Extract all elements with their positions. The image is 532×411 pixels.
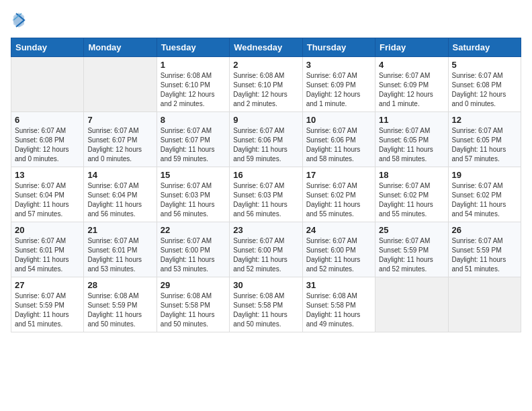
calendar-cell: 22Sunrise: 6:07 AM Sunset: 6:00 PM Dayli… xyxy=(157,222,229,277)
day-number: 4 xyxy=(379,60,444,70)
day-info: Sunrise: 6:07 AM Sunset: 6:04 PM Dayligh… xyxy=(15,181,80,219)
calendar-cell: 23Sunrise: 6:07 AM Sunset: 6:00 PM Dayli… xyxy=(230,222,302,277)
calendar-cell xyxy=(11,57,84,112)
day-number: 26 xyxy=(452,225,517,235)
day-info: Sunrise: 6:07 AM Sunset: 5:59 PM Dayligh… xyxy=(379,236,444,274)
day-info: Sunrise: 6:07 AM Sunset: 6:00 PM Dayligh… xyxy=(306,236,371,274)
day-number: 23 xyxy=(233,225,298,235)
day-info: Sunrise: 6:07 AM Sunset: 6:08 PM Dayligh… xyxy=(452,71,517,109)
calendar-cell: 3Sunrise: 6:07 AM Sunset: 6:09 PM Daylig… xyxy=(302,57,375,112)
day-number: 13 xyxy=(15,170,80,180)
day-number: 21 xyxy=(87,225,152,235)
day-info: Sunrise: 6:08 AM Sunset: 5:59 PM Dayligh… xyxy=(87,291,152,329)
day-number: 8 xyxy=(161,115,226,125)
week-row-2: 6Sunrise: 6:07 AM Sunset: 6:08 PM Daylig… xyxy=(11,112,521,167)
calendar-cell: 21Sunrise: 6:07 AM Sunset: 6:01 PM Dayli… xyxy=(84,222,157,277)
calendar-cell: 26Sunrise: 6:07 AM Sunset: 5:59 PM Dayli… xyxy=(448,222,521,277)
day-info: Sunrise: 6:07 AM Sunset: 6:00 PM Dayligh… xyxy=(161,236,226,274)
calendar-cell: 5Sunrise: 6:07 AM Sunset: 6:08 PM Daylig… xyxy=(448,57,521,112)
week-row-4: 20Sunrise: 6:07 AM Sunset: 6:01 PM Dayli… xyxy=(11,222,521,277)
day-info: Sunrise: 6:07 AM Sunset: 6:04 PM Dayligh… xyxy=(87,181,152,219)
day-number: 2 xyxy=(233,60,298,70)
day-number: 19 xyxy=(452,170,517,180)
calendar-cell: 30Sunrise: 6:08 AM Sunset: 5:58 PM Dayli… xyxy=(230,277,302,332)
day-number: 6 xyxy=(15,115,80,125)
day-number: 12 xyxy=(452,115,517,125)
calendar-cell xyxy=(448,277,521,332)
day-number: 20 xyxy=(15,225,80,235)
calendar-cell: 6Sunrise: 6:07 AM Sunset: 6:08 PM Daylig… xyxy=(11,112,84,167)
week-row-5: 27Sunrise: 6:07 AM Sunset: 5:59 PM Dayli… xyxy=(11,277,521,332)
page-header xyxy=(11,11,521,30)
day-number: 29 xyxy=(161,280,226,290)
day-info: Sunrise: 6:07 AM Sunset: 6:03 PM Dayligh… xyxy=(161,181,226,219)
week-row-1: 1Sunrise: 6:08 AM Sunset: 6:10 PM Daylig… xyxy=(11,57,521,112)
day-number: 3 xyxy=(306,60,371,70)
calendar-cell: 18Sunrise: 6:07 AM Sunset: 6:02 PM Dayli… xyxy=(375,167,448,222)
calendar-cell: 1Sunrise: 6:08 AM Sunset: 6:10 PM Daylig… xyxy=(157,57,229,112)
day-info: Sunrise: 6:07 AM Sunset: 6:07 PM Dayligh… xyxy=(87,126,152,164)
calendar-cell: 10Sunrise: 6:07 AM Sunset: 6:06 PM Dayli… xyxy=(302,112,375,167)
day-info: Sunrise: 6:07 AM Sunset: 6:05 PM Dayligh… xyxy=(379,126,444,164)
day-info: Sunrise: 6:07 AM Sunset: 6:02 PM Dayligh… xyxy=(306,181,371,219)
day-info: Sunrise: 6:07 AM Sunset: 6:01 PM Dayligh… xyxy=(15,236,80,274)
day-info: Sunrise: 6:07 AM Sunset: 6:08 PM Dayligh… xyxy=(15,126,80,164)
day-number: 25 xyxy=(379,225,444,235)
calendar-cell: 27Sunrise: 6:07 AM Sunset: 5:59 PM Dayli… xyxy=(11,277,84,332)
calendar-cell: 28Sunrise: 6:08 AM Sunset: 5:59 PM Dayli… xyxy=(84,277,157,332)
week-row-3: 13Sunrise: 6:07 AM Sunset: 6:04 PM Dayli… xyxy=(11,167,521,222)
logo xyxy=(11,11,30,30)
calendar-cell: 11Sunrise: 6:07 AM Sunset: 6:05 PM Dayli… xyxy=(375,112,448,167)
calendar-cell: 29Sunrise: 6:08 AM Sunset: 5:58 PM Dayli… xyxy=(157,277,229,332)
day-info: Sunrise: 6:07 AM Sunset: 6:05 PM Dayligh… xyxy=(452,126,517,164)
weekday-header-tuesday: Tuesday xyxy=(157,38,229,57)
day-number: 30 xyxy=(233,280,298,290)
calendar-cell: 13Sunrise: 6:07 AM Sunset: 6:04 PM Dayli… xyxy=(11,167,84,222)
day-info: Sunrise: 6:08 AM Sunset: 6:10 PM Dayligh… xyxy=(161,71,226,109)
calendar-cell: 7Sunrise: 6:07 AM Sunset: 6:07 PM Daylig… xyxy=(84,112,157,167)
calendar-cell xyxy=(84,57,157,112)
day-number: 17 xyxy=(306,170,371,180)
calendar-table: SundayMondayTuesdayWednesdayThursdayFrid… xyxy=(11,38,521,332)
logo-icon xyxy=(11,11,27,30)
day-info: Sunrise: 6:07 AM Sunset: 6:02 PM Dayligh… xyxy=(379,181,444,219)
day-info: Sunrise: 6:07 AM Sunset: 6:06 PM Dayligh… xyxy=(233,126,298,164)
calendar-cell: 12Sunrise: 6:07 AM Sunset: 6:05 PM Dayli… xyxy=(448,112,521,167)
day-info: Sunrise: 6:07 AM Sunset: 6:02 PM Dayligh… xyxy=(452,181,517,219)
calendar-cell: 24Sunrise: 6:07 AM Sunset: 6:00 PM Dayli… xyxy=(302,222,375,277)
day-number: 22 xyxy=(161,225,226,235)
weekday-header-monday: Monday xyxy=(84,38,157,57)
day-number: 28 xyxy=(87,280,152,290)
day-info: Sunrise: 6:08 AM Sunset: 5:58 PM Dayligh… xyxy=(161,291,226,329)
calendar-cell: 14Sunrise: 6:07 AM Sunset: 6:04 PM Dayli… xyxy=(84,167,157,222)
weekday-header-friday: Friday xyxy=(375,38,448,57)
day-info: Sunrise: 6:07 AM Sunset: 6:01 PM Dayligh… xyxy=(87,236,152,274)
day-number: 5 xyxy=(452,60,517,70)
day-info: Sunrise: 6:07 AM Sunset: 6:09 PM Dayligh… xyxy=(379,71,444,109)
calendar-cell: 25Sunrise: 6:07 AM Sunset: 5:59 PM Dayli… xyxy=(375,222,448,277)
day-info: Sunrise: 6:07 AM Sunset: 6:07 PM Dayligh… xyxy=(161,126,226,164)
calendar-cell: 31Sunrise: 6:08 AM Sunset: 5:58 PM Dayli… xyxy=(302,277,375,332)
weekday-header-sunday: Sunday xyxy=(11,38,84,57)
weekday-header-saturday: Saturday xyxy=(448,38,521,57)
day-number: 11 xyxy=(379,115,444,125)
weekday-header-row: SundayMondayTuesdayWednesdayThursdayFrid… xyxy=(11,38,521,57)
calendar-cell xyxy=(375,277,448,332)
day-info: Sunrise: 6:08 AM Sunset: 6:10 PM Dayligh… xyxy=(233,71,298,109)
day-info: Sunrise: 6:07 AM Sunset: 5:59 PM Dayligh… xyxy=(452,236,517,274)
calendar-cell: 8Sunrise: 6:07 AM Sunset: 6:07 PM Daylig… xyxy=(157,112,229,167)
day-info: Sunrise: 6:07 AM Sunset: 5:59 PM Dayligh… xyxy=(15,291,80,329)
weekday-header-wednesday: Wednesday xyxy=(230,38,302,57)
day-info: Sunrise: 6:07 AM Sunset: 6:09 PM Dayligh… xyxy=(306,71,371,109)
calendar-cell: 4Sunrise: 6:07 AM Sunset: 6:09 PM Daylig… xyxy=(375,57,448,112)
day-info: Sunrise: 6:07 AM Sunset: 6:03 PM Dayligh… xyxy=(233,181,298,219)
day-number: 1 xyxy=(161,60,226,70)
day-number: 31 xyxy=(306,280,371,290)
day-number: 16 xyxy=(233,170,298,180)
day-number: 10 xyxy=(306,115,371,125)
day-info: Sunrise: 6:08 AM Sunset: 5:58 PM Dayligh… xyxy=(306,291,371,329)
day-number: 27 xyxy=(15,280,80,290)
calendar-cell: 17Sunrise: 6:07 AM Sunset: 6:02 PM Dayli… xyxy=(302,167,375,222)
day-number: 14 xyxy=(87,170,152,180)
calendar-cell: 2Sunrise: 6:08 AM Sunset: 6:10 PM Daylig… xyxy=(230,57,302,112)
